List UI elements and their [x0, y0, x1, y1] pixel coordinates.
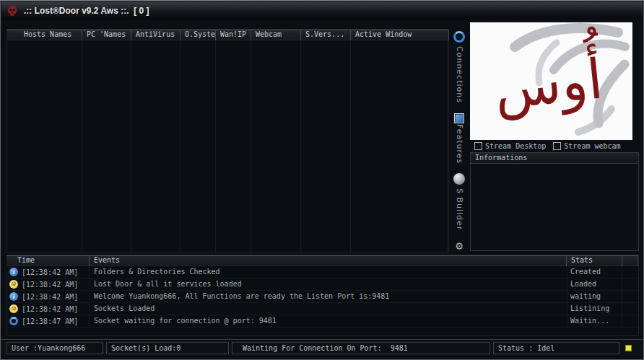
stream-webcam-option[interactable]: Stream webcam: [553, 142, 620, 150]
log-time-cell: [12:38:42 AM]: [7, 291, 90, 302]
hosts-column-header[interactable]: Active Window: [351, 30, 449, 40]
side-tab-label: Connections: [455, 46, 464, 103]
log-row[interactable]: [12:38:42 AM]Sockets LoadedListining: [7, 303, 638, 315]
stream-webcam-checkbox[interactable]: [553, 142, 561, 150]
connections-icon: [453, 31, 465, 43]
stream-options: Stream Desktop Stream webcam: [474, 141, 639, 151]
status-bar: User :Yuankong666 Socket(s) Load:0 Waint…: [1, 339, 643, 356]
event-log-header: TimeEventsStats: [7, 255, 638, 266]
log-time-cell: [12:38:42 AM]: [7, 278, 90, 290]
features-icon: [454, 113, 464, 123]
log-event: Welcome Yuankong666, All Functions are r…: [90, 291, 567, 302]
app-icon: [6, 4, 19, 17]
status-state: Status : Idel: [493, 342, 619, 354]
log-column-header[interactable]: Stats: [567, 255, 622, 266]
hosts-column: [216, 40, 251, 253]
app-window: .:: Lost®Door v9.2 Aws ::. [ 0 ] Hosts N…: [0, 0, 644, 360]
log-time: [12:38:42 AM]: [22, 305, 78, 313]
status-sockets: Socket(s) Load:0: [106, 342, 229, 354]
log-time: [12:38:42 AM]: [22, 268, 78, 276]
settings-icon: [453, 240, 465, 252]
log-stat: Listining: [567, 303, 622, 315]
hosts-column-header[interactable]: O.System: [180, 30, 216, 40]
log-row[interactable]: [12:38:42 AM]Welcome Yuankong666, All Fu…: [7, 291, 638, 303]
side-tab-strip: ConnectionsFeaturesS BuilderSettings: [449, 29, 469, 253]
builder-icon: [453, 173, 465, 185]
log-time: [12:38:47 AM]: [22, 317, 78, 325]
status-led-icon: [625, 345, 632, 351]
log-stat: Loaded: [567, 278, 622, 290]
hosts-column-header[interactable]: S.Vers...: [301, 30, 351, 40]
status-user: User :Yuankong666: [6, 342, 103, 354]
hosts-table[interactable]: Hosts NamesPC 'NamesAntiVirusO.SystemWan…: [6, 29, 448, 253]
hosts-column-header[interactable]: AntiVirus: [131, 30, 180, 40]
socket-icon: [9, 317, 18, 325]
stream-webcam-label: Stream webcam: [564, 142, 620, 150]
log-row[interactable]: [12:38:42 AM]Lost Door & all it services…: [7, 278, 638, 291]
log-header-spacer: [622, 255, 638, 266]
smiley-icon: [9, 280, 18, 289]
stream-desktop-option[interactable]: Stream Desktop: [474, 142, 546, 150]
window-title: .:: Lost®Door v9.2 Aws ::. [ 0 ]: [24, 6, 149, 16]
hosts-column-header[interactable]: Hosts Names: [7, 30, 82, 40]
hosts-column-header[interactable]: PC 'Names: [82, 30, 131, 40]
log-row[interactable]: [12:38:42 AM]Folders & Directories Check…: [7, 266, 638, 278]
hosts-column-header[interactable]: Webcam: [251, 30, 301, 40]
hosts-column: [7, 40, 82, 253]
event-log-table: TimeEventsStats [12:38:42 AM]Folders & D…: [6, 255, 639, 336]
hosts-column: [82, 40, 131, 253]
log-event: Sockets Loaded: [90, 303, 567, 315]
hosts-column: [351, 40, 449, 253]
log-time: [12:38:42 AM]: [22, 281, 78, 289]
log-time-cell: [12:38:47 AM]: [7, 315, 90, 327]
stream-desktop-label: Stream Desktop: [485, 142, 546, 150]
hosts-column: [251, 40, 301, 253]
informations-title: Informations: [471, 153, 638, 164]
status-waiting: Wainting For Connection On Port: 9481: [232, 342, 490, 354]
log-event: Lost Door & all it services loaded: [90, 278, 567, 290]
event-log-body[interactable]: [12:38:42 AM]Folders & Directories Check…: [7, 266, 638, 328]
log-stat: Created: [567, 266, 622, 278]
log-column-header[interactable]: Time: [7, 255, 90, 266]
info-icon: [9, 268, 18, 276]
stream-desktop-checkbox[interactable]: [474, 142, 482, 150]
side-tab-label: Features: [455, 124, 464, 164]
hosts-column: [180, 40, 216, 253]
smiley-icon: [9, 304, 18, 313]
hosts-table-header: Hosts NamesPC 'NamesAntiVirusO.SystemWan…: [7, 30, 448, 40]
hosts-column: [131, 40, 180, 253]
log-event: Socket waiting for connection @ port: 94…: [90, 315, 567, 327]
log-time-cell: [12:38:42 AM]: [7, 266, 90, 278]
side-tab-label: S Builder: [455, 188, 464, 230]
log-time-cell: [12:38:42 AM]: [7, 303, 90, 315]
log-column-header[interactable]: Events: [90, 255, 567, 266]
informations-body: [471, 164, 638, 250]
log-event: Folders & Directories Checked: [90, 266, 567, 278]
log-row[interactable]: [12:38:47 AM]Socket waiting for connecti…: [7, 315, 638, 328]
hosts-column: [301, 40, 351, 253]
logo-image: أُوس: [470, 22, 632, 140]
side-tab-builder[interactable]: S Builder: [453, 173, 465, 230]
info-icon: [9, 292, 18, 301]
side-tab-features[interactable]: Features: [453, 113, 465, 164]
hosts-column-header[interactable]: Wan!IP: [216, 30, 251, 40]
side-tab-connections[interactable]: Connections: [453, 31, 465, 103]
log-stat: waiting: [567, 291, 622, 302]
log-stat: Waitin...: [567, 315, 622, 327]
log-time: [12:38:42 AM]: [22, 293, 78, 301]
informations-panel: Informations: [470, 152, 639, 251]
hosts-table-body[interactable]: [7, 40, 448, 253]
titlebar[interactable]: .:: Lost®Door v9.2 Aws ::. [ 0 ]: [1, 1, 643, 19]
